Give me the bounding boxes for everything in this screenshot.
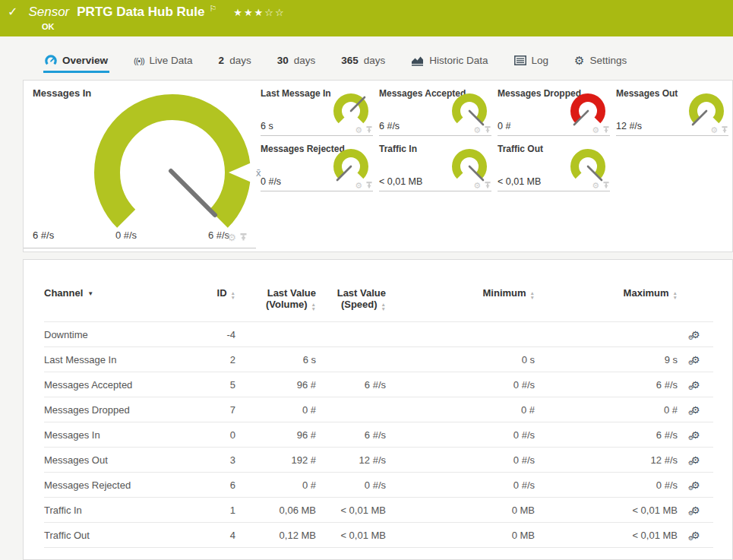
gauge-card-messages-dropped: Messages Dropped 0 # ⚙ [498,86,610,136]
priority-stars[interactable]: ★★★☆☆ [233,7,285,18]
minimum-value: 0 #/s [386,372,535,397]
channel-settings-icon[interactable]: ⚙⚙ [691,329,700,340]
pin-icon[interactable] [366,126,372,134]
tab-label: days [294,55,316,66]
column-header-minimum[interactable]: Minimum▲▼ [386,287,535,322]
gauge-value: < 0,01 MB [379,176,422,187]
last-value-volume: 6 s [235,347,316,372]
channel-name[interactable]: Last Message In [44,347,188,372]
channel-name[interactable]: Messages Accepted [44,372,188,397]
gauge-icon [45,55,57,66]
minimum-value: 0 MB [386,498,535,523]
minimum-value: 0 # [386,397,535,422]
sort-arrows-icon[interactable]: ▲▼ [673,291,678,299]
gear-icon[interactable]: ⚙ [592,126,599,134]
pin-icon[interactable] [366,182,372,189]
sort-arrows-icon[interactable]: ▲▼ [530,291,535,299]
sort-arrows-icon[interactable]: ▲▼ [311,302,316,311]
stars-filled[interactable]: ★★★ [233,7,264,18]
column-header-last-value-speed[interactable]: Last Value(Speed)▲▼ [316,287,386,322]
tab-label: days [364,55,386,66]
column-header-id[interactable]: ID▲▼ [188,287,235,322]
gauge-card-messages-accepted: Messages Accepted 6 #/s ⚙ [379,86,491,136]
maximum-value: 9 s [535,347,678,372]
flag-icon[interactable]: ⚐ [209,4,216,14]
gear-icon[interactable]: ⚙ [473,126,481,134]
maximum-value: 0 # [535,397,678,422]
gear-icon[interactable]: ⚙ [473,182,481,189]
stars-empty[interactable]: ☆☆ [264,7,285,18]
channel-name[interactable]: Traffic Out [44,523,188,548]
channel-settings-icon[interactable]: ⚙⚙ [691,354,700,365]
tab-number: 365 [341,55,359,66]
channel-settings-icon[interactable]: ⚙⚙ [691,505,700,516]
channel-name[interactable]: Downtime [44,322,188,347]
tab-365-days[interactable]: 365 days [340,50,387,73]
tab-historic-data[interactable]: Historic Data [409,50,489,73]
tab-log[interactable]: Log [513,50,551,73]
pin-icon[interactable] [240,233,247,242]
channel-settings-icon[interactable]: ⚙⚙ [691,454,700,466]
tab-30-days[interactable]: 30 days [276,50,318,73]
maximum-value: 0 #/s [535,473,678,498]
last-value-volume: 96 # [235,372,316,397]
pin-icon[interactable] [722,126,728,134]
pin-icon[interactable] [603,182,609,189]
gauge-dial [330,89,371,130]
sort-arrows-icon[interactable]: ▲▼ [231,291,235,299]
channel-settings-icon[interactable]: ⚙⚙ [691,530,700,541]
gear-icon[interactable]: ⚙ [592,182,599,189]
channel-name[interactable]: Messages Out [44,448,188,473]
pin-icon[interactable] [485,182,491,189]
column-header-last-value-volume[interactable]: Last Value(Volume)▲▼ [235,287,316,322]
column-header-channel[interactable]: Channel▼ [44,287,188,322]
minimum-value: 0 #/s [386,422,535,448]
channel-name[interactable]: Traffic In [44,498,188,523]
channel-settings-icon[interactable]: ⚙⚙ [691,479,700,491]
pin-icon[interactable] [603,126,609,134]
channel-name[interactable]: Messages In [44,422,188,448]
gauge-card-last-message-in: Last Message In 6 s ⚙ [261,86,373,136]
channel-settings-icon[interactable]: ⚙⚙ [691,379,700,391]
channel-settings-icon[interactable]: ⚙⚙ [691,429,700,441]
pin-icon[interactable] [485,126,491,134]
table-row: Messages Dropped 7 0 # 0 # 0 # ⚙⚙ [44,397,713,422]
last-value-speed: 0 #/s [316,473,386,498]
gauge-scale-max: 6 #/s [208,229,230,241]
sort-arrows-icon[interactable]: ▲▼ [381,302,386,311]
gear-icon[interactable]: ⚙ [227,234,236,242]
tab-label: days [229,55,251,66]
gear-icon[interactable]: ⚙ [355,126,362,134]
column-header-maximum[interactable]: Maximum▲▼ [535,287,678,322]
sensor-header: ✓ Sensor PRTG Data Hub Rule ⚐ ★★★☆☆ OK [0,0,733,36]
channel-id: -4 [188,322,235,347]
mini-gauge-grid: Last Message In 6 s ⚙ Messages Accepted … [261,86,728,191]
main-gauge-dial: x̄ 0 #/s 6 #/s [74,93,279,245]
tab-2-days[interactable]: 2 days [217,50,253,73]
table-row: Messages Rejected 6 0 # 0 #/s 0 #/s 0 #/… [44,473,713,498]
channel-id: 4 [188,523,235,548]
status-check-icon: ✓ [8,5,17,19]
channel-id: 5 [188,372,235,397]
tab-overview[interactable]: Overview [43,50,109,73]
gauge-dial [330,144,371,185]
channel-name[interactable]: Messages Rejected [44,473,188,498]
minimum-value [386,322,535,347]
channel-name[interactable]: Messages Dropped [44,397,188,422]
gauge-value: < 0,01 MB [498,176,541,187]
gauge-dial [449,144,490,185]
tab-number: 2 [219,55,225,66]
tab-live-data[interactable]: ((•)) Live Data [132,50,194,73]
broadcast-icon: ((•)) [134,56,144,65]
status-badge: OK [42,22,55,31]
tab-settings[interactable]: ⚙ Settings [573,50,628,73]
gauge-card-traffic-out: Traffic Out < 0,01 MB ⚙ [498,141,610,191]
table-row: Traffic In 1 0,06 MB < 0,01 MB 0 MB < 0,… [44,498,713,523]
maximum-value: < 0,01 MB [535,523,678,548]
channel-settings-icon[interactable]: ⚙⚙ [691,404,700,416]
minimum-value: 0 s [386,347,535,372]
gear-icon[interactable]: ⚙ [710,126,718,134]
gauge-card-messages-rejected: Messages Rejected 0 #/s ⚙ [261,141,373,191]
gear-icon[interactable]: ⚙ [355,182,362,189]
last-value-volume: 192 # [235,448,316,473]
